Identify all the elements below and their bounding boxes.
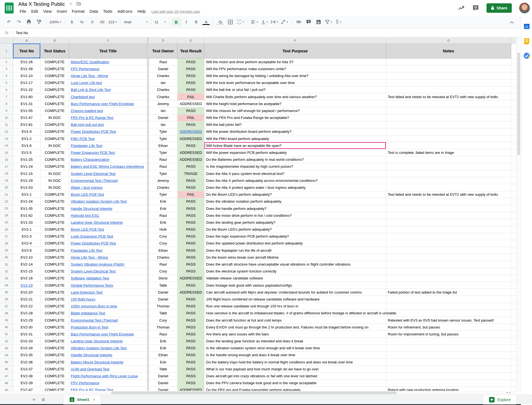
cell-test-no[interactable]: EV1-55: [13, 107, 40, 114]
test-title-link[interactable]: Handle Structural Integrity: [71, 207, 112, 211]
cell-test-title[interactable]: System Vibration Analysis (Flight): [69, 261, 147, 268]
row-number[interactable]: 8: [0, 100, 13, 107]
cell-test-title[interactable]: 100hr minumum Burn in time: [69, 303, 147, 310]
cell-test-owner[interactable]: Thomas: [149, 324, 178, 331]
cell-test-result[interactable]: ADDRESSED: [178, 128, 204, 135]
cell-test-result[interactable]: PASS: [178, 338, 204, 345]
cell-test-result[interactable]: PASS: [178, 345, 204, 352]
test-title-link[interactable]: Blade Imbalance Test: [71, 311, 105, 315]
test-title-link[interactable]: Motor/ESC Qualification: [71, 60, 109, 64]
test-title-link[interactable]: Environmental Test (Thermal): [71, 179, 118, 183]
font-select[interactable]: Arial▾: [122, 18, 149, 26]
cell-test-purpose[interactable]: Does the updated power distribution test…: [204, 240, 386, 247]
cell-test-title[interactable]: System Level Electrical Test: [69, 268, 147, 275]
cell-test-owner[interactable]: Erik: [149, 198, 178, 205]
cell-test-result[interactable]: PASS: [178, 261, 204, 268]
cell-test-no[interactable]: EV1-60: [13, 93, 40, 100]
row-number[interactable]: 34: [0, 282, 13, 289]
menu-file[interactable]: File: [17, 9, 29, 14]
cell-test-owner[interactable]: Cory: [149, 317, 178, 324]
cell-test-purpose[interactable]: How senstive is the aircraft to imbalanc…: [204, 310, 386, 317]
cell-test-status[interactable]: COMPLETE: [40, 380, 69, 387]
cell-test-title[interactable]: Land Detection Test: [69, 289, 147, 296]
text-wrap-button[interactable]: ▾: [270, 18, 280, 26]
test-title-link[interactable]: FRX Pro & RC Range Test: [71, 116, 113, 120]
cell-notes[interactable]: Test is complete, failed items are in tr…: [386, 149, 511, 156]
cell-test-result[interactable]: ADDRESSED: [178, 289, 204, 296]
row-number[interactable]: 4: [0, 72, 13, 79]
cell-test-result[interactable]: PASS: [178, 268, 204, 275]
row-number[interactable]: 16: [0, 156, 13, 163]
comment-history-icon[interactable]: [472, 4, 479, 12]
cell-test-result[interactable]: TRIAGE: [178, 170, 204, 177]
cell-test-purpose[interactable]: Do the Boom LED's perform adequately?: [204, 191, 386, 198]
cell-test-purpose[interactable]: Will Charlie Bolts perform adequately ov…: [204, 93, 386, 100]
row-number[interactable]: 44: [0, 352, 13, 359]
cell-test-title[interactable]: Landing Gear Structural Integrity: [69, 338, 147, 345]
cell-test-status[interactable]: COMPLETE: [40, 156, 69, 163]
menu-addons[interactable]: Add-ons: [115, 9, 135, 14]
cell-test-result[interactable]: PASS: [178, 282, 204, 289]
cell-test-owner[interactable]: Deniz: [149, 275, 178, 282]
cell-notes[interactable]: [386, 156, 511, 163]
row-number[interactable]: 30: [0, 254, 13, 261]
insights-icon[interactable]: [458, 4, 465, 12]
cell-test-result[interactable]: FAIL: [178, 191, 204, 198]
formula-input[interactable]: Test No: [16, 31, 28, 35]
cell-notes[interactable]: [386, 212, 511, 219]
row-number[interactable]: 43: [0, 345, 13, 352]
cell-notes[interactable]: [386, 205, 511, 212]
cell-test-owner[interactable]: Erik: [149, 219, 178, 226]
cell-test-status[interactable]: COMPLETE: [40, 247, 69, 254]
cell-test-no[interactable]: EV2-15: [13, 268, 40, 275]
cell-notes[interactable]: [386, 170, 511, 177]
cell-test-result[interactable]: PASS: [178, 373, 204, 379]
row-number[interactable]: 1: [0, 44, 13, 58]
test-title-link[interactable]: Baro Performance over Flight Envelope: [71, 102, 134, 106]
cell-test-title[interactable]: FPV Performance: [69, 380, 147, 387]
cell-notes[interactable]: [386, 219, 511, 226]
cell-test-status[interactable]: IN DOC: [40, 170, 69, 177]
cell-test-status[interactable]: COMPLETE: [40, 268, 69, 275]
cell-test-result[interactable]: PASS: [178, 163, 204, 170]
cell-test-purpose[interactable]: Is the magnetometer impacted by high cur…: [204, 163, 386, 170]
cell-test-purpose[interactable]: 100 flight hours combined on release can…: [204, 296, 386, 303]
cell-test-title[interactable]: FRX Pro & RC Range Test: [69, 114, 147, 121]
row-number[interactable]: 20: [0, 184, 13, 191]
cell-notes[interactable]: [386, 345, 511, 352]
cell-test-purpose[interactable]: Is the handle strong enough and does it …: [204, 352, 386, 359]
cell-test-result[interactable]: ADDRESSED: [178, 275, 204, 282]
cell-test-owner[interactable]: Jeremy: [149, 100, 178, 107]
cell-test-title[interactable]: Battery and ESC Wiring Compass Interefen…: [69, 163, 147, 170]
cell-test-title[interactable]: Flopdapter Life Test: [69, 142, 147, 149]
cell-test-status[interactable]: IN DOC: [40, 142, 69, 149]
cell-test-result[interactable]: PASS: [178, 324, 204, 331]
cell-test-owner[interactable]: Raul: [149, 156, 178, 163]
cell-test-result[interactable]: PASS: [178, 58, 204, 65]
row-number[interactable]: 29: [0, 247, 13, 254]
test-title-link[interactable]: FPV Performance: [71, 67, 99, 71]
vertical-align-button[interactable]: ▾: [260, 18, 270, 26]
cell-test-purpose[interactable]: Will the power expansion PCB perform ade…: [204, 149, 386, 156]
test-title-link[interactable]: System Vibration Analysis (Flight): [71, 262, 124, 266]
column-header-f[interactable]: F: [204, 37, 386, 44]
test-title-link[interactable]: Boom LED PCB Test: [71, 192, 104, 197]
test-no-link[interactable]: EV2-19: [21, 283, 32, 287]
cell-test-title[interactable]: Vibration Isolation System Life Test: [69, 345, 147, 352]
cell-test-no[interactable]: EV1-17: [13, 80, 40, 86]
test-title-link[interactable]: Vibration Isolation System Life Test: [71, 199, 127, 203]
cell-test-no[interactable]: EV2-31: [13, 331, 40, 338]
cell-test-title[interactable]: Ball joint pull out test: [69, 121, 147, 128]
cell-test-title[interactable]: Vibration Isolation System Life Test: [69, 198, 147, 205]
cell-test-purpose[interactable]: Run one release candidate unit through 1…: [204, 303, 386, 310]
cell-notes[interactable]: [386, 282, 511, 289]
cell-f1[interactable]: Test Purpose: [204, 44, 386, 58]
cell-test-title[interactable]: Boom LED PCB Test: [69, 226, 147, 233]
row-number[interactable]: 35: [0, 289, 13, 296]
cell-test-owner[interactable]: Tyler: [149, 149, 178, 156]
cell-test-title[interactable]: Blade Imbalance Test: [69, 310, 147, 317]
cell-test-title[interactable]: Environmental Test (Thermal): [69, 177, 147, 184]
cell-test-owner[interactable]: Daniel: [149, 289, 178, 296]
menu-tools[interactable]: Tools: [100, 9, 115, 14]
test-title-link[interactable]: Land Detection Test: [71, 290, 103, 294]
